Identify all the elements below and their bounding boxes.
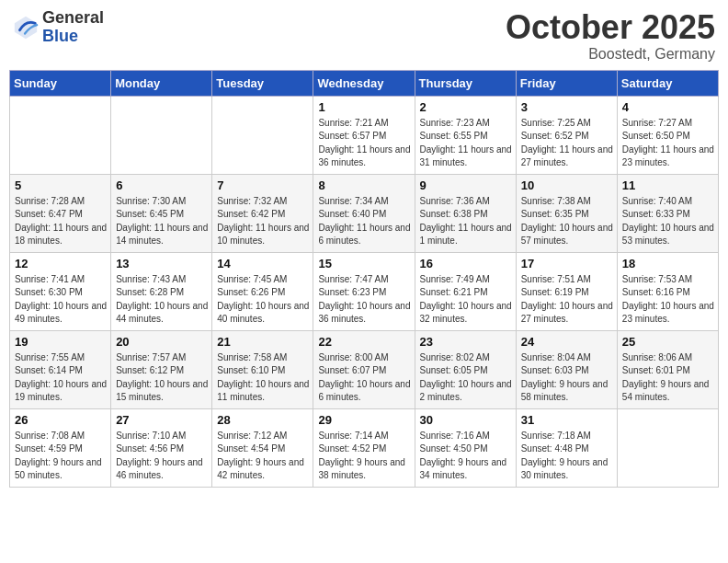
day-number: 22 [318,335,410,349]
day-number: 16 [420,257,512,270]
calendar-cell: 26Sunrise: 7:08 AM Sunset: 4:59 PM Dayli… [10,408,111,487]
logo-icon [13,15,39,40]
calendar-cell: 8Sunrise: 7:34 AM Sunset: 6:40 PM Daylig… [313,174,415,252]
day-info: Sunrise: 7:38 AM Sunset: 6:35 PM Dayligh… [521,195,613,248]
day-number: 31 [521,413,613,427]
day-number: 11 [622,178,714,192]
calendar-cell [617,408,718,487]
day-number: 25 [622,335,714,349]
day-info: Sunrise: 7:14 AM Sunset: 4:52 PM Dayligh… [318,430,410,483]
day-info: Sunrise: 7:10 AM Sunset: 4:56 PM Dayligh… [116,430,208,483]
day-info: Sunrise: 7:34 AM Sunset: 6:40 PM Dayligh… [318,195,410,248]
day-number: 12 [15,257,107,270]
calendar-cell: 9Sunrise: 7:36 AM Sunset: 6:38 PM Daylig… [415,174,516,252]
header-thursday: Thursday [415,70,516,96]
calendar-cell: 24Sunrise: 8:04 AM Sunset: 6:03 PM Dayli… [516,330,617,408]
calendar-cell: 19Sunrise: 7:55 AM Sunset: 6:14 PM Dayli… [10,330,111,408]
calendar-table: SundayMondayTuesdayWednesdayThursdayFrid… [9,70,719,488]
day-number: 5 [15,178,107,192]
logo: General Blue [13,9,104,46]
day-number: 26 [15,413,107,427]
day-info: Sunrise: 8:04 AM Sunset: 6:03 PM Dayligh… [521,351,613,405]
calendar-cell: 31Sunrise: 7:18 AM Sunset: 4:48 PM Dayli… [516,408,617,487]
day-number: 17 [521,257,613,270]
day-info: Sunrise: 7:51 AM Sunset: 6:19 PM Dayligh… [521,273,613,327]
calendar-cell: 17Sunrise: 7:51 AM Sunset: 6:19 PM Dayli… [516,252,617,330]
day-info: Sunrise: 7:43 AM Sunset: 6:28 PM Dayligh… [116,273,208,327]
day-number: 3 [521,100,613,114]
month-title: October 2025 [506,9,715,46]
calendar-cell: 15Sunrise: 7:47 AM Sunset: 6:23 PM Dayli… [313,252,415,330]
day-number: 14 [217,257,309,270]
calendar-cell: 11Sunrise: 7:40 AM Sunset: 6:33 PM Dayli… [617,174,718,252]
calendar-cell: 29Sunrise: 7:14 AM Sunset: 4:52 PM Dayli… [313,408,415,487]
calendar-cell: 7Sunrise: 7:32 AM Sunset: 6:42 PM Daylig… [212,174,313,252]
day-info: Sunrise: 7:55 AM Sunset: 6:14 PM Dayligh… [15,351,107,405]
svg-marker-0 [15,17,37,39]
calendar-cell: 5Sunrise: 7:28 AM Sunset: 6:47 PM Daylig… [10,174,111,252]
calendar-cell: 16Sunrise: 7:49 AM Sunset: 6:21 PM Dayli… [415,252,516,330]
day-number: 21 [217,335,309,349]
header-monday: Monday [111,70,212,96]
day-info: Sunrise: 7:53 AM Sunset: 6:16 PM Dayligh… [622,273,714,327]
day-info: Sunrise: 8:02 AM Sunset: 6:05 PM Dayligh… [420,351,512,405]
day-info: Sunrise: 7:18 AM Sunset: 4:48 PM Dayligh… [521,430,613,483]
calendar-cell: 1Sunrise: 7:21 AM Sunset: 6:57 PM Daylig… [313,96,415,174]
calendar-week-row: 12Sunrise: 7:41 AM Sunset: 6:30 PM Dayli… [10,252,719,330]
day-info: Sunrise: 7:30 AM Sunset: 6:45 PM Dayligh… [116,195,208,248]
location: Boostedt, Germany [506,46,715,63]
calendar-cell: 30Sunrise: 7:16 AM Sunset: 4:50 PM Dayli… [415,408,516,487]
day-info: Sunrise: 7:47 AM Sunset: 6:23 PM Dayligh… [318,273,410,327]
day-info: Sunrise: 7:12 AM Sunset: 4:54 PM Dayligh… [217,430,309,483]
calendar-cell: 20Sunrise: 7:57 AM Sunset: 6:12 PM Dayli… [111,330,212,408]
day-number: 10 [521,178,613,192]
title-block: October 2025 Boostedt, Germany [506,9,715,63]
day-info: Sunrise: 7:49 AM Sunset: 6:21 PM Dayligh… [420,273,512,327]
calendar-header-row: SundayMondayTuesdayWednesdayThursdayFrid… [10,70,719,96]
day-number: 4 [622,100,714,114]
day-info: Sunrise: 7:28 AM Sunset: 6:47 PM Dayligh… [15,195,107,248]
day-number: 9 [420,178,512,192]
header-friday: Friday [516,70,617,96]
calendar-cell: 28Sunrise: 7:12 AM Sunset: 4:54 PM Dayli… [212,408,313,487]
day-number: 19 [15,335,107,349]
day-number: 15 [318,257,410,270]
day-info: Sunrise: 7:57 AM Sunset: 6:12 PM Dayligh… [116,351,208,405]
header-wednesday: Wednesday [313,70,415,96]
calendar-cell: 25Sunrise: 8:06 AM Sunset: 6:01 PM Dayli… [617,330,718,408]
day-number: 20 [116,335,208,349]
day-info: Sunrise: 7:45 AM Sunset: 6:26 PM Dayligh… [217,273,309,327]
day-info: Sunrise: 7:16 AM Sunset: 4:50 PM Dayligh… [420,430,512,483]
day-info: Sunrise: 7:25 AM Sunset: 6:52 PM Dayligh… [521,117,613,170]
day-number: 1 [318,100,410,114]
calendar-week-row: 19Sunrise: 7:55 AM Sunset: 6:14 PM Dayli… [10,330,719,408]
page-header: General Blue October 2025 Boostedt, Germ… [9,9,719,63]
day-number: 28 [217,413,309,427]
calendar-cell: 2Sunrise: 7:23 AM Sunset: 6:55 PM Daylig… [415,96,516,174]
day-info: Sunrise: 7:23 AM Sunset: 6:55 PM Dayligh… [420,117,512,170]
day-info: Sunrise: 7:21 AM Sunset: 6:57 PM Dayligh… [318,117,410,170]
calendar-cell [212,96,313,174]
header-sunday: Sunday [10,70,111,96]
day-number: 18 [622,257,714,270]
day-number: 27 [116,413,208,427]
day-number: 2 [420,100,512,114]
calendar-cell [111,96,212,174]
day-number: 30 [420,413,512,427]
header-saturday: Saturday [617,70,718,96]
calendar-cell: 18Sunrise: 7:53 AM Sunset: 6:16 PM Dayli… [617,252,718,330]
calendar-cell: 12Sunrise: 7:41 AM Sunset: 6:30 PM Dayli… [10,252,111,330]
calendar-cell: 21Sunrise: 7:58 AM Sunset: 6:10 PM Dayli… [212,330,313,408]
header-tuesday: Tuesday [212,70,313,96]
calendar-cell: 10Sunrise: 7:38 AM Sunset: 6:35 PM Dayli… [516,174,617,252]
day-info: Sunrise: 7:41 AM Sunset: 6:30 PM Dayligh… [15,273,107,327]
day-number: 7 [217,178,309,192]
day-number: 13 [116,257,208,270]
day-info: Sunrise: 7:36 AM Sunset: 6:38 PM Dayligh… [420,195,512,248]
calendar-week-row: 5Sunrise: 7:28 AM Sunset: 6:47 PM Daylig… [10,174,719,252]
calendar-week-row: 26Sunrise: 7:08 AM Sunset: 4:59 PM Dayli… [10,408,719,487]
day-number: 6 [116,178,208,192]
calendar-cell: 6Sunrise: 7:30 AM Sunset: 6:45 PM Daylig… [111,174,212,252]
day-number: 23 [420,335,512,349]
calendar-cell: 27Sunrise: 7:10 AM Sunset: 4:56 PM Dayli… [111,408,212,487]
